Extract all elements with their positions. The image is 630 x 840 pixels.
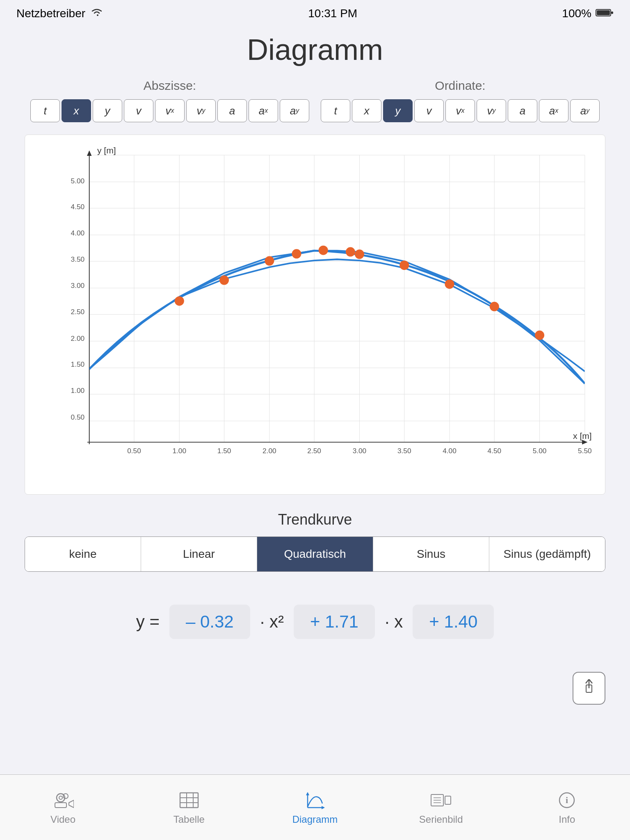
nav-label-info: Info: [559, 814, 575, 825]
svg-rect-2: [611, 11, 613, 14]
svg-text:y [m]: y [m]: [97, 147, 116, 155]
nav-label-diagramm: Diagramm: [292, 814, 338, 825]
data-point-5: [319, 246, 328, 255]
abszisse-btn-ax[interactable]: ax: [249, 99, 278, 122]
abszisse-btn-ay[interactable]: ay: [280, 99, 309, 122]
svg-rect-61: [180, 793, 198, 808]
status-battery: 100%: [562, 7, 614, 20]
abszisse-btn-a[interactable]: a: [217, 99, 247, 122]
ordinate-btn-a[interactable]: a: [508, 99, 537, 122]
formula-power: · x²: [260, 612, 284, 632]
abszisse-btn-x[interactable]: x: [62, 99, 91, 122]
trendkurve-section: Trendkurve keine Linear Quadratisch Sinu…: [0, 511, 630, 584]
share-button[interactable]: [573, 672, 605, 705]
ordinate-btn-ay[interactable]: ay: [570, 99, 600, 122]
chart-container: 5.00 4.50 4.00 3.50 3.00 2.50 2.00 1.50 …: [25, 135, 605, 495]
serienbild-icon: [429, 790, 453, 810]
data-point-3: [265, 256, 274, 266]
formula-section: y = – 0.32 · x² + 1.71 · x + 1.40: [0, 584, 630, 664]
svg-text:1.50: 1.50: [71, 360, 85, 368]
svg-text:5.00: 5.00: [71, 177, 85, 185]
abszisse-btn-v[interactable]: v: [124, 99, 153, 122]
data-point-1: [175, 296, 184, 306]
svg-text:2.50: 2.50: [307, 447, 321, 455]
svg-text:2.50: 2.50: [71, 308, 85, 316]
status-carrier: Netzbetreiber: [16, 7, 103, 21]
trend-btn-keine[interactable]: keine: [25, 537, 141, 571]
ordinate-group: Ordinate: t x y v vx vy a ax ay: [321, 79, 600, 122]
svg-text:4.50: 4.50: [488, 447, 502, 455]
ordinate-btn-ax[interactable]: ax: [539, 99, 568, 122]
svg-point-57: [59, 796, 62, 799]
trend-btn-sinus-gedaempft[interactable]: Sinus (gedämpft): [489, 537, 605, 571]
abszisse-btn-vx[interactable]: vx: [155, 99, 185, 122]
svg-text:0.50: 0.50: [127, 447, 141, 455]
ordinate-btn-vx[interactable]: vx: [445, 99, 475, 122]
ordinate-btn-t[interactable]: t: [321, 99, 350, 122]
abszisse-group: Abszisse: t x y v vx vy a ax ay: [30, 79, 309, 122]
status-time: 10:31 PM: [308, 7, 357, 20]
trend-btn-sinus[interactable]: Sinus: [373, 537, 489, 571]
ordinate-btn-x[interactable]: x: [352, 99, 381, 122]
svg-marker-60: [69, 800, 74, 808]
svg-marker-69: [322, 806, 325, 809]
abszisse-btn-t[interactable]: t: [30, 99, 60, 122]
abszisse-btn-y[interactable]: y: [93, 99, 122, 122]
data-point-11: [535, 331, 544, 340]
ordinate-btn-y[interactable]: y: [383, 99, 413, 122]
axis-selectors: Abszisse: t x y v vx vy a ax ay Ordinate…: [0, 79, 630, 135]
page-title: Diagramm: [0, 25, 630, 79]
ordinate-btn-vy[interactable]: vy: [477, 99, 506, 122]
ordinate-buttons: t x y v vx vy a ax ay: [321, 99, 600, 122]
svg-text:5.00: 5.00: [533, 447, 547, 455]
formula-var: · x: [385, 612, 403, 632]
nav-item-video[interactable]: Video: [26, 790, 100, 825]
abszisse-btn-vy[interactable]: vy: [186, 99, 216, 122]
svg-text:1.00: 1.00: [71, 386, 85, 395]
svg-marker-28: [87, 151, 92, 156]
svg-text:2.00: 2.00: [71, 334, 85, 342]
battery-icon: [596, 7, 614, 20]
nav-item-serienbild[interactable]: Serienbild: [404, 790, 478, 825]
trendkurve-title: Trendkurve: [25, 511, 605, 528]
nav-label-serienbild: Serienbild: [419, 814, 463, 825]
svg-text:1.50: 1.50: [217, 447, 231, 455]
trend-btn-quadratisch[interactable]: Quadratisch: [257, 537, 373, 571]
data-point-2: [219, 276, 229, 285]
video-icon: [51, 790, 75, 810]
svg-text:4.00: 4.00: [443, 447, 457, 455]
parabola-curve: [89, 251, 585, 383]
svg-text:2.00: 2.00: [262, 447, 276, 455]
svg-text:3.00: 3.00: [353, 447, 367, 455]
abszisse-label: Abszisse:: [144, 79, 196, 93]
svg-text:x [m]: x [m]: [573, 431, 592, 441]
svg-rect-71: [445, 796, 451, 804]
svg-text:3.50: 3.50: [397, 447, 411, 455]
svg-text:3.00: 3.00: [71, 281, 85, 290]
svg-text:4.50: 4.50: [71, 203, 85, 211]
nav-item-tabelle[interactable]: Tabelle: [152, 790, 226, 825]
data-point-9: [445, 279, 454, 289]
nav-item-info[interactable]: i Info: [530, 790, 604, 825]
share-area: [0, 664, 630, 713]
svg-text:i: i: [566, 795, 568, 805]
chart-svg: 5.00 4.50 4.00 3.50 3.00 2.50 2.00 1.50 …: [58, 147, 593, 470]
formula-coeff2: + 1.71: [294, 605, 375, 639]
svg-marker-68: [306, 792, 309, 795]
tabelle-icon: [177, 790, 201, 810]
trend-btn-linear[interactable]: Linear: [141, 537, 257, 571]
svg-text:4.00: 4.00: [71, 229, 85, 237]
info-icon: i: [555, 790, 579, 810]
nav-item-diagramm[interactable]: Diagramm: [278, 790, 352, 825]
svg-text:5.50: 5.50: [578, 447, 592, 455]
trend-buttons: keine Linear Quadratisch Sinus Sinus (ge…: [25, 536, 605, 572]
diagramm-icon: [303, 790, 327, 810]
ordinate-btn-v[interactable]: v: [414, 99, 444, 122]
svg-rect-3: [89, 155, 585, 442]
data-point-7: [355, 249, 364, 259]
svg-rect-1: [597, 10, 610, 15]
svg-text:0.50: 0.50: [71, 413, 85, 421]
ordinate-label: Ordinate:: [435, 79, 485, 93]
bottom-nav: Video Tabelle Diagramm: [0, 774, 630, 840]
abszisse-buttons: t x y v vx vy a ax ay: [30, 99, 309, 122]
